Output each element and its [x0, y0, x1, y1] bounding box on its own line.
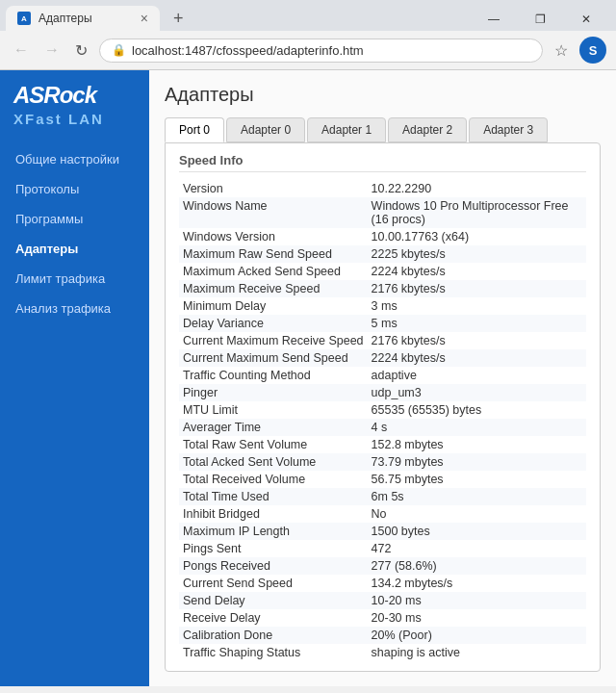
- table-row: Current Maximum Send Speed2224 kbytes/s: [179, 349, 586, 367]
- tab-adapter3[interactable]: Adapter 3: [469, 117, 548, 142]
- table-row: Receive Delay20-30 ms: [179, 609, 586, 627]
- row-label: Current Maximum Send Speed: [179, 349, 368, 367]
- sidebar-item-traffic-analysis[interactable]: Анализ трафика: [0, 294, 149, 323]
- main-content: Адаптеры Port 0 Adapter 0 Adapter 1 Adap…: [149, 70, 616, 686]
- tab-adapter2[interactable]: Adapter 2: [388, 117, 467, 142]
- row-label: Send Delay: [179, 592, 368, 609]
- minimize-button[interactable]: —: [472, 6, 516, 33]
- bookmark-button[interactable]: ☆: [551, 38, 572, 64]
- row-value: 152.8 mbytes: [368, 436, 586, 453]
- table-row: Send Delay10-20 ms: [179, 592, 586, 609]
- tabs-row: Port 0 Adapter 0 Adapter 1 Adapter 2 Ada…: [165, 117, 601, 142]
- table-row: Calibration Done20% (Poor): [179, 627, 586, 644]
- sidebar-item-traffic-limit[interactable]: Лимит трафика: [0, 264, 149, 294]
- table-row: Inhibit BridgedNo: [179, 505, 586, 523]
- address-bar: ← → ↻ 🔒 localhost:1487/cfosspeed/adapter…: [0, 31, 616, 69]
- row-label: Windows Name: [179, 197, 368, 228]
- row-value: adaptive: [368, 367, 586, 384]
- table-row: Total Acked Sent Volume73.79 mbytes: [179, 453, 586, 471]
- row-label: Traffic Shaping Status: [179, 644, 368, 661]
- table-row: Pongs Received277 (58.6%): [179, 557, 586, 575]
- row-value: 2225 kbytes/s: [368, 245, 586, 263]
- section-label: Speed Info: [179, 153, 586, 172]
- table-row: Pingerudp_um3: [179, 384, 586, 401]
- row-label: Averager Time: [179, 419, 368, 436]
- row-label: Minimum Delay: [179, 297, 368, 315]
- row-label: Windows Version: [179, 228, 368, 245]
- table-row: Averager Time4 s: [179, 419, 586, 436]
- refresh-button[interactable]: ↻: [71, 39, 91, 62]
- row-value: 65535 (65535) bytes: [368, 401, 586, 419]
- tab-favicon: A: [17, 12, 31, 25]
- table-row: Delay Variance5 ms: [179, 315, 586, 332]
- row-label: Current Maximum Receive Speed: [179, 332, 368, 349]
- profile-button[interactable]: S: [579, 37, 606, 64]
- row-label: Maximum Acked Send Speed: [179, 263, 368, 280]
- table-row: Traffic Shaping Statusshaping is active: [179, 644, 586, 661]
- tab-adapter1[interactable]: Adapter 1: [307, 117, 386, 142]
- logo-xfast: XFast LAN: [13, 111, 136, 127]
- table-row: Total Raw Sent Volume152.8 mbytes: [179, 436, 586, 453]
- row-label: Pongs Received: [179, 557, 368, 575]
- browser-tab[interactable]: A Адаптеры ×: [6, 6, 160, 31]
- row-label: MTU Limit: [179, 401, 368, 419]
- row-label: Calibration Done: [179, 627, 368, 644]
- row-value: Windows 10 Pro Multiprocessor Free (16 p…: [368, 197, 586, 228]
- sidebar-item-programs[interactable]: Программы: [0, 204, 149, 234]
- row-label: Total Time Used: [179, 488, 368, 505]
- row-value: 10.00.17763 (x64): [368, 228, 586, 245]
- new-tab-button[interactable]: +: [167, 7, 190, 31]
- tab-title: Адаптеры: [38, 12, 92, 25]
- table-row: Current Maximum Receive Speed2176 kbytes…: [179, 332, 586, 349]
- row-value: No: [368, 505, 586, 523]
- row-value: 2224 kbytes/s: [368, 263, 586, 280]
- table-row: Maximum Receive Speed2176 kbytes/s: [179, 280, 586, 297]
- row-value: 5 ms: [368, 315, 586, 332]
- sidebar: ASRock XFast LAN Общие настройки Протоко…: [0, 70, 149, 686]
- forward-button[interactable]: →: [40, 39, 64, 61]
- row-value: 134.2 mbytes/s: [368, 575, 586, 592]
- table-row: Maximum Raw Send Speed2225 kbytes/s: [179, 245, 586, 263]
- row-label: Maximum IP Length: [179, 523, 368, 540]
- tab-adapter0[interactable]: Adapter 0: [226, 117, 305, 142]
- table-row: MTU Limit65535 (65535) bytes: [179, 401, 586, 419]
- table-row: Traffic Counting Methodadaptive: [179, 367, 586, 384]
- row-value: 20-30 ms: [368, 609, 586, 627]
- sidebar-item-general[interactable]: Общие настройки: [0, 144, 149, 174]
- table-row: Total Received Volume56.75 mbytes: [179, 471, 586, 488]
- row-label: Receive Delay: [179, 609, 368, 627]
- row-label: Traffic Counting Method: [179, 367, 368, 384]
- row-label: Total Raw Sent Volume: [179, 436, 368, 453]
- logo-asrock: ASRock: [13, 82, 136, 109]
- table-row: Windows NameWindows 10 Pro Multiprocesso…: [179, 197, 586, 228]
- table-row: Maximum Acked Send Speed2224 kbytes/s: [179, 263, 586, 280]
- url-box[interactable]: 🔒 localhost:1487/cfosspeed/adapterinfo.h…: [99, 38, 543, 63]
- table-row: Maximum IP Length1500 bytes: [179, 523, 586, 540]
- sidebar-logo: ASRock XFast LAN: [0, 70, 149, 137]
- window-controls: — ❐ ✕: [472, 6, 608, 33]
- row-label: Total Acked Sent Volume: [179, 453, 368, 471]
- tab-port0[interactable]: Port 0: [165, 117, 224, 142]
- row-label: Maximum Receive Speed: [179, 280, 368, 297]
- row-value: 6m 5s: [368, 488, 586, 505]
- info-table: Version10.22.2290Windows NameWindows 10 …: [179, 180, 586, 661]
- row-value: 73.79 mbytes: [368, 453, 586, 471]
- row-value: 1500 bytes: [368, 523, 586, 540]
- row-label: Pings Sent: [179, 540, 368, 557]
- row-value: 10.22.2290: [368, 180, 586, 197]
- sidebar-item-protocols[interactable]: Протоколы: [0, 174, 149, 204]
- row-label: Delay Variance: [179, 315, 368, 332]
- sidebar-item-adapters[interactable]: Адаптеры: [0, 234, 149, 264]
- row-value: 2176 kbytes/s: [368, 280, 586, 297]
- row-value: 472: [368, 540, 586, 557]
- close-button[interactable]: ✕: [564, 6, 608, 33]
- restore-button[interactable]: ❐: [518, 6, 562, 33]
- info-panel: Speed Info Version10.22.2290Windows Name…: [165, 142, 601, 672]
- tab-close-btn[interactable]: ×: [141, 12, 148, 25]
- row-value: udp_um3: [368, 384, 586, 401]
- row-value: 277 (58.6%): [368, 557, 586, 575]
- url-text: localhost:1487/cfosspeed/adapterinfo.htm: [132, 43, 364, 58]
- back-button[interactable]: ←: [10, 39, 33, 61]
- row-label: Version: [179, 180, 368, 197]
- row-value: 56.75 mbytes: [368, 471, 586, 488]
